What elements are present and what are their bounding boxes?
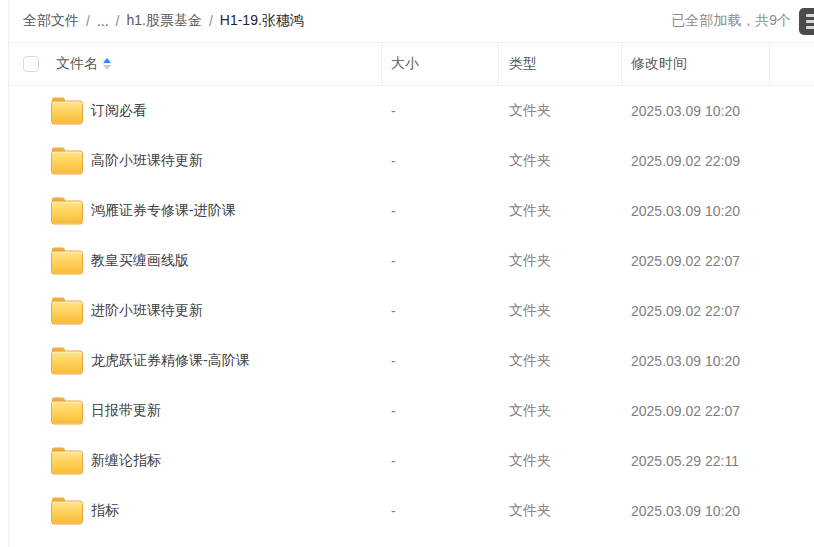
table-row[interactable]: 龙虎跃证券精修课-高阶课 - 文件夹 2025.03.09 10:20 — [9, 336, 814, 386]
list-view-button[interactable] — [799, 8, 814, 35]
breadcrumb-bar-right: 已全部加载，共9个 — [671, 8, 814, 35]
file-type: 文件夹 — [509, 202, 551, 220]
list-view-icon — [806, 26, 814, 29]
file-modified: 2025.03.09 10:20 — [631, 103, 740, 119]
breadcrumb: 全部文件 / ... / h1.股票基金 / H1-19.张穗鸿 — [23, 12, 304, 30]
table-row[interactable]: 教皇买缠画线版 - 文件夹 2025.09.02 22:07 — [9, 236, 814, 286]
column-divider — [769, 43, 770, 85]
table-row[interactable]: 新缠论指标 - 文件夹 2025.05.29 22:11 — [9, 436, 814, 486]
breadcrumb-item-root[interactable]: 全部文件 — [23, 12, 79, 30]
file-size: - — [391, 153, 396, 169]
file-name[interactable]: 日报带更新 — [91, 402, 161, 420]
folder-icon — [51, 398, 83, 425]
caret-up-icon — [103, 58, 111, 63]
column-header-type: 类型 — [509, 55, 537, 73]
file-size: - — [391, 453, 396, 469]
file-modified: 2025.09.02 22:09 — [631, 153, 740, 169]
file-modified: 2025.03.09 10:20 — [631, 503, 740, 519]
column-divider — [621, 43, 622, 85]
file-name[interactable]: 订阅必看 — [91, 102, 147, 120]
file-size: - — [391, 353, 396, 369]
breadcrumb-separator: / — [116, 13, 120, 29]
file-size: - — [391, 303, 396, 319]
file-name[interactable]: 进阶小班课待更新 — [91, 302, 203, 320]
column-header-name[interactable]: 文件名 — [56, 55, 98, 73]
column-header-size: 大小 — [391, 55, 419, 73]
breadcrumb-item-parent[interactable]: h1.股票基金 — [126, 12, 201, 30]
table-row[interactable]: 订阅必看 - 文件夹 2025.03.09 10:20 — [9, 86, 814, 136]
list-view-icon — [806, 14, 814, 17]
column-header-modified: 修改时间 — [631, 55, 687, 73]
load-status-text: 已全部加载，共9个 — [671, 12, 791, 30]
folder-icon — [51, 448, 83, 475]
table-row[interactable]: 高阶小班课待更新 - 文件夹 2025.09.02 22:09 — [9, 136, 814, 186]
column-divider — [498, 43, 499, 85]
sort-carets-icon[interactable] — [103, 58, 111, 70]
file-size: - — [391, 253, 396, 269]
file-size: - — [391, 503, 396, 519]
file-modified: 2025.03.09 10:20 — [631, 203, 740, 219]
caret-down-icon — [103, 65, 111, 70]
select-all-checkbox[interactable] — [23, 56, 39, 72]
column-divider — [381, 43, 382, 85]
breadcrumb-separator: / — [209, 13, 213, 29]
breadcrumb-bar: 全部文件 / ... / h1.股票基金 / H1-19.张穗鸿 已全部加载，共… — [9, 0, 814, 43]
folder-icon — [51, 248, 83, 275]
file-modified: 2025.05.29 22:11 — [631, 453, 739, 469]
file-name[interactable]: 鸿雁证券专修课-进阶课 — [91, 202, 236, 220]
file-type: 文件夹 — [509, 302, 551, 320]
file-type: 文件夹 — [509, 252, 551, 270]
folder-icon — [51, 298, 83, 325]
file-type: 文件夹 — [509, 502, 551, 520]
table-header: 文件名 大小 类型 修改时间 — [9, 43, 814, 86]
file-modified: 2025.09.02 22:07 — [631, 303, 740, 319]
folder-icon — [51, 348, 83, 375]
folder-icon — [51, 98, 83, 125]
breadcrumb-item-current: H1-19.张穗鸿 — [220, 12, 304, 30]
folder-icon — [51, 198, 83, 225]
table-row[interactable]: 指标 - 文件夹 2025.03.09 10:20 — [9, 486, 814, 536]
breadcrumb-separator: / — [86, 13, 90, 29]
file-type: 文件夹 — [509, 452, 551, 470]
list-view-icon — [806, 20, 814, 23]
file-list: 订阅必看 - 文件夹 2025.03.09 10:20 高阶小班课待更新 - 文… — [9, 86, 814, 536]
folder-icon — [51, 498, 83, 525]
file-type: 文件夹 — [509, 352, 551, 370]
file-modified: 2025.09.02 22:07 — [631, 253, 740, 269]
folder-icon — [51, 148, 83, 175]
file-size: - — [391, 403, 396, 419]
file-manager-panel: 全部文件 / ... / h1.股票基金 / H1-19.张穗鸿 已全部加载，共… — [8, 0, 814, 547]
file-type: 文件夹 — [509, 402, 551, 420]
table-row[interactable]: 日报带更新 - 文件夹 2025.09.02 22:07 — [9, 386, 814, 436]
table-row[interactable]: 鸿雁证券专修课-进阶课 - 文件夹 2025.03.09 10:20 — [9, 186, 814, 236]
table-row[interactable]: 进阶小班课待更新 - 文件夹 2025.09.02 22:07 — [9, 286, 814, 336]
file-name[interactable]: 指标 — [91, 502, 119, 520]
breadcrumb-item-ellipsis[interactable]: ... — [97, 13, 109, 29]
file-name[interactable]: 教皇买缠画线版 — [91, 252, 189, 270]
file-modified: 2025.09.02 22:07 — [631, 403, 740, 419]
file-modified: 2025.03.09 10:20 — [631, 353, 740, 369]
file-name[interactable]: 龙虎跃证券精修课-高阶课 — [91, 352, 250, 370]
file-type: 文件夹 — [509, 102, 551, 120]
file-size: - — [391, 103, 396, 119]
file-name[interactable]: 新缠论指标 — [91, 452, 161, 470]
file-name[interactable]: 高阶小班课待更新 — [91, 152, 203, 170]
file-size: - — [391, 203, 396, 219]
file-type: 文件夹 — [509, 152, 551, 170]
